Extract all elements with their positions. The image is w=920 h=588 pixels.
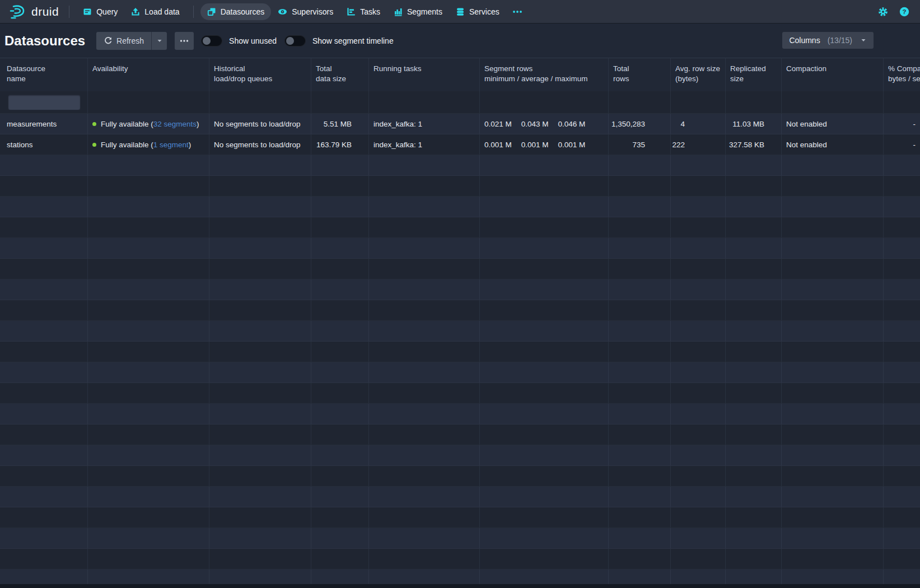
cell-total-rows [609, 404, 671, 424]
cell-replicated-size [726, 528, 782, 548]
cell-load-drop [209, 424, 311, 445]
nav-item-services[interactable]: Services [449, 3, 506, 20]
cell-compaction [782, 487, 884, 507]
cell-segment-rows [480, 321, 609, 341]
cell-percent-compacted [884, 197, 920, 217]
nav-item-supervisors[interactable]: Supervisors [271, 3, 340, 20]
cell-name [0, 487, 88, 507]
cell-total-data-size [311, 321, 369, 341]
datasource-filter-input[interactable] [8, 95, 81, 110]
cell-name [0, 549, 88, 569]
columns-label: Columns [789, 36, 820, 45]
cell-availability [88, 238, 209, 258]
ellipsis-icon [180, 39, 189, 43]
cell-percent-compacted [884, 362, 920, 382]
gear-icon[interactable] [877, 6, 889, 17]
druid-logo[interactable]: druid [6, 4, 62, 19]
cell-percent-compacted: - [884, 114, 920, 134]
cell-running-tasks [369, 528, 480, 548]
bar-chart-icon [394, 7, 403, 16]
columns-button[interactable]: Columns (13/15) [782, 32, 874, 49]
nav-label: Datasources [221, 7, 265, 16]
refresh-caret-button[interactable] [151, 32, 167, 50]
header-availability[interactable]: Availability [88, 58, 209, 91]
nav-label: Query [96, 7, 118, 16]
cell-running-tasks [369, 217, 480, 237]
cell-total-data-size [311, 507, 369, 528]
cell-replicated-size [726, 507, 782, 528]
nav-item-load-data[interactable]: Load data [124, 3, 186, 20]
page-title: Datasources [4, 33, 85, 49]
cell-total-rows [609, 217, 671, 237]
show-unused-toggle[interactable] [201, 35, 222, 46]
more-actions-button[interactable] [175, 32, 194, 50]
cell-segment-rows [480, 466, 609, 486]
cell-total-rows [609, 197, 671, 217]
segments-link[interactable]: 32 segments [153, 120, 197, 128]
header-segment-rows[interactable]: Segment rowsminimum / average / maximum [480, 58, 609, 91]
nav-item-segments[interactable]: Segments [387, 3, 449, 20]
available-dot [92, 143, 96, 147]
cell-total-data-size [311, 155, 369, 175]
cell-compaction: Not enabled [782, 134, 884, 155]
segment-rows-value: 0.043 M [521, 120, 549, 128]
empty-table-row [0, 217, 920, 238]
refresh-button[interactable]: Refresh [96, 32, 151, 50]
horizontal-scrollbar-track[interactable] [0, 584, 920, 588]
cell-replicated-size [726, 197, 782, 217]
cell-total-rows [609, 176, 671, 196]
cell-total-rows [609, 321, 671, 341]
segments-link[interactable]: 1 segment [153, 141, 189, 149]
available-dot [92, 122, 96, 126]
cell-compaction [782, 549, 884, 569]
cell-name [0, 238, 88, 258]
cell-avg-row-size [671, 383, 726, 403]
cell-percent-compacted [884, 342, 920, 362]
logo-wordmark: druid [31, 5, 59, 18]
header-total-rows[interactable]: Totalrows [609, 58, 671, 91]
nav-item-query[interactable]: Query [76, 3, 124, 20]
header-name[interactable]: Datasourcename [0, 58, 88, 91]
cell-total-data-size [311, 217, 369, 237]
nav-item-tasks[interactable]: Tasks [340, 3, 387, 20]
cell-replicated-size [726, 424, 782, 445]
cell-replicated-size [726, 404, 782, 424]
header-running-tasks[interactable]: Running tasks [369, 58, 480, 91]
cell-percent-compacted [884, 404, 920, 424]
cell-name [0, 217, 88, 237]
filter-cell [726, 91, 782, 113]
table-header-row: DatasourcenameAvailabilityHistoricalload… [0, 58, 920, 91]
nav-more-button[interactable] [506, 3, 529, 20]
header-load-drop[interactable]: Historicalload/drop queues [209, 58, 311, 91]
cell-percent-compacted [884, 487, 920, 507]
header-avg-row-size[interactable]: Avg. row size(bytes) [671, 58, 726, 91]
header-compaction[interactable]: Compaction [782, 58, 884, 91]
cell-total-rows [609, 528, 671, 548]
cell-running-tasks [369, 342, 480, 362]
cell-compaction [782, 176, 884, 196]
help-icon[interactable]: ? [899, 6, 910, 17]
cell-segment-rows [480, 259, 609, 279]
filter-row [0, 91, 920, 114]
segment-rows-value: 0.046 M [558, 120, 586, 128]
cell-replicated-size [726, 155, 782, 175]
cell-load-drop [209, 507, 311, 528]
cell-replicated-size [726, 300, 782, 320]
nav-item-datasources[interactable]: Datasources [200, 3, 272, 20]
header-total-data-size[interactable]: Totaldata size [311, 58, 369, 91]
empty-table-row [0, 155, 920, 176]
empty-table-row [0, 466, 920, 487]
header-percent-compacted[interactable]: % Compabytes / se [884, 58, 920, 91]
table-row[interactable]: measurementsFully available (32 segments… [0, 114, 920, 134]
chevron-down-icon [156, 38, 163, 44]
cell-percent-compacted [884, 383, 920, 403]
cell-total-rows [609, 259, 671, 279]
cell-availability [88, 507, 209, 528]
eye-icon [278, 7, 287, 16]
filter-cell [209, 91, 311, 113]
cell-compaction [782, 445, 884, 465]
cell-running-tasks [369, 507, 480, 528]
show-segment-timeline-toggle[interactable] [284, 35, 306, 46]
header-replicated-size[interactable]: Replicatedsize [726, 58, 782, 91]
table-row[interactable]: stationsFully available (1 segment)No se… [0, 134, 920, 155]
